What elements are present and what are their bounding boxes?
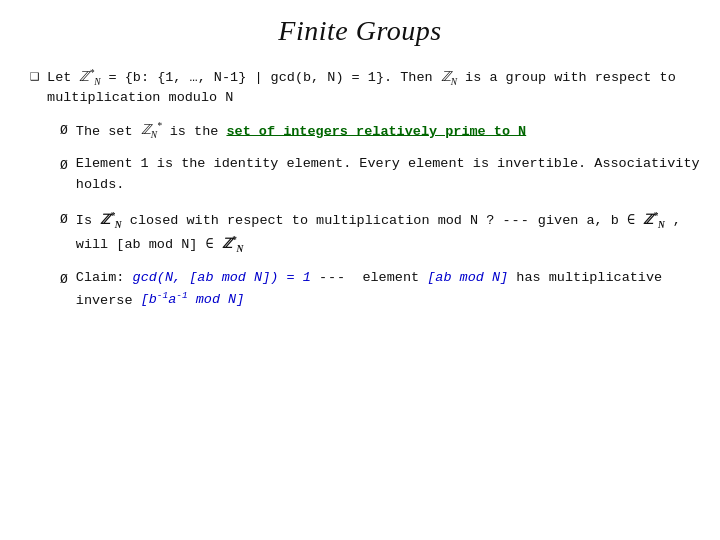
sub-bullet-marker-1: Ø (60, 121, 68, 141)
bullet-section: ❑ Let ℤ*N = {b: {1, …, N-1} | gcd(b, N) … (30, 65, 700, 311)
main-bullet-marker: ❑ (30, 66, 39, 89)
sub-bullet-text-1: The set ℤN* is the set of integers relat… (76, 119, 700, 143)
sub-bullet-text-2: Element 1 is the identity element. Every… (76, 154, 700, 196)
sub-bullet-4: Ø Claim: gcd(N, [ab mod N]) = 1 --- elem… (60, 268, 700, 311)
page-title: Finite Groups (20, 10, 700, 47)
zn-notation: ℤN (441, 69, 457, 84)
sub-bullet-3: Ø Is ℤ*N closed with respect to multipli… (60, 208, 700, 256)
sub-bullet-1: Ø The set ℤN* is the set of integers rel… (60, 119, 700, 143)
inverse-ref: [b-1a-1 mod N] (141, 292, 245, 307)
main-bullet: ❑ Let ℤ*N = {b: {1, …, N-1} | gcd(b, N) … (30, 65, 700, 109)
sub-bullet-2: Ø Element 1 is the identity element. Eve… (60, 154, 700, 196)
zn-star-ref: ℤN* (141, 122, 162, 137)
ab-mod-ref: [ab mod N] (427, 270, 508, 285)
sub-bullet-marker-2: Ø (60, 156, 68, 176)
dashes-1: --- (502, 213, 529, 228)
zn-star-ref2: ℤ*N (643, 212, 665, 227)
sub-bullet-text-3: Is ℤ*N closed with respect to multiplica… (76, 208, 700, 256)
sub-bullet-marker-3: Ø (60, 210, 68, 230)
main-bullet-content: Let ℤ*N = {b: {1, …, N-1} | gcd(b, N) = … (47, 65, 700, 109)
highlighted-text-1: set of integers relatively prime to N (226, 123, 526, 138)
page: Finite Groups ❑ Let ℤ*N = {b: {1, …, N-1… (0, 0, 720, 540)
sub-bullet-text-4: Claim: gcd(N, [ab mod N]) = 1 --- elemen… (76, 268, 700, 311)
zn-star-notation: ℤ*N (79, 69, 100, 84)
sub-bullets: Ø The set ℤN* is the set of integers rel… (60, 119, 700, 312)
closed-text: closed with respect to multiplication mo… (130, 213, 495, 228)
gcd-claim: gcd(N, [ab mod N]) = 1 (133, 270, 311, 285)
dashes-2: --- (319, 270, 346, 285)
zn-star-bold: ℤ*N (100, 212, 122, 227)
zn-star-ref3: ℤ*N (222, 236, 244, 251)
sub-bullet-marker-4: Ø (60, 270, 68, 290)
